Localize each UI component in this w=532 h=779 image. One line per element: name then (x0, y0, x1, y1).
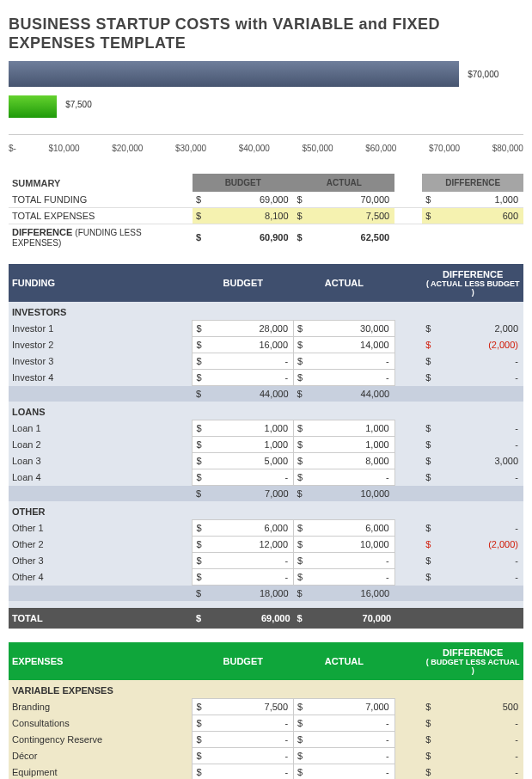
funding-row-actual: $- (294, 569, 395, 586)
funding-total-budget: $69,000 (193, 608, 294, 629)
funding-group-header: INVESTORS (9, 302, 523, 321)
expenses-row-actual: $- (294, 715, 395, 732)
chart-tick-label: $70,000 (429, 144, 460, 153)
expenses-row: Décor$-$-$- (9, 748, 523, 764)
expenses-row-label: Décor (9, 748, 193, 764)
funding-row-label: Other 1 (9, 520, 193, 537)
funding-row-diff: $- (422, 437, 523, 453)
summary-row-diff: $600 (422, 208, 523, 224)
chart-tick-label: $- (9, 144, 16, 153)
funding-group-header: OTHER (9, 501, 523, 520)
funding-subtotal-budget: $44,000 (193, 386, 294, 402)
funding-row-budget: $- (193, 469, 294, 486)
funding-row: Investor 2$16,000$14,000$(2,000) (9, 337, 523, 353)
funding-total-actual: $70,000 (294, 608, 395, 629)
funding-col-budget: BUDGET (193, 264, 294, 302)
summary-col-diff: DIFFERENCE (422, 174, 523, 192)
expenses-row-budget: $- (193, 764, 294, 779)
expenses-row-diff: $- (422, 732, 523, 748)
funding-row-diff: $- (422, 553, 523, 569)
funding-row-diff: $(2,000) (422, 337, 523, 353)
expenses-row: Consultations$-$-$- (9, 715, 523, 732)
summary-col-budget: BUDGET (193, 174, 294, 192)
expenses-row: Contingency Reserve$-$-$- (9, 732, 523, 748)
summary-row-diff: $1,000 (422, 192, 523, 208)
bar-chart: $70,000$7,500 $-$10,000$20,000$30,000$40… (9, 61, 523, 153)
funding-row-label: Loan 2 (9, 437, 193, 453)
funding-subtotal-budget: $18,000 (193, 586, 294, 602)
funding-subtotal-row: $44,000$44,000 (9, 386, 523, 402)
funding-row-label: Other 4 (9, 569, 193, 586)
expenses-group-header: VARIABLE EXPENSES (9, 680, 523, 699)
funding-row-actual: $30,000 (294, 321, 395, 337)
funding-col-diff: DIFFERENCE( ACTUAL LESS BUDGET ) (422, 264, 523, 302)
funding-row: Other 1$6,000$6,000$- (9, 520, 523, 537)
summary-diff-label: DIFFERENCE (FUNDING LESS EXPENSES) (9, 224, 193, 251)
summary-table: SUMMARY BUDGET ACTUAL DIFFERENCE TOTAL F… (9, 174, 523, 250)
funding-row: Loan 2$1,000$1,000$- (9, 437, 523, 453)
summary-row-actual: $7,500 (294, 208, 395, 224)
funding-subtotal-budget: $7,000 (193, 486, 294, 502)
funding-row: Other 2$12,000$10,000$(2,000) (9, 537, 523, 553)
funding-subtotal-actual: $16,000 (294, 586, 395, 602)
funding-total-label: TOTAL (9, 608, 193, 629)
funding-row-label: Other 3 (9, 553, 193, 569)
funding-row-actual: $1,000 (294, 420, 395, 437)
summary-row-actual: $70,000 (294, 192, 395, 208)
chart-tick-label: $10,000 (49, 144, 80, 153)
expenses-col-diff: DIFFERENCE( BUDGET LESS ACTUAL ) (422, 642, 523, 680)
funding-group-name: LOANS (9, 402, 523, 420)
funding-row-label: Loan 3 (9, 453, 193, 469)
expenses-row-diff: $500 (422, 699, 523, 715)
funding-group-header: LOANS (9, 402, 523, 420)
funding-group-name: OTHER (9, 501, 523, 520)
funding-row-actual: $- (294, 469, 395, 486)
summary-row-budget: $69,000 (193, 192, 294, 208)
funding-row: Loan 1$1,000$1,000$- (9, 420, 523, 437)
funding-row: Investor 1$28,000$30,000$2,000 (9, 321, 523, 337)
funding-row-diff: $- (422, 420, 523, 437)
funding-row-label: Loan 4 (9, 469, 193, 486)
funding-row-diff: $- (422, 469, 523, 486)
summary-row-label: TOTAL EXPENSES (9, 208, 193, 224)
funding-row-budget: $- (193, 553, 294, 569)
funding-row-budget: $6,000 (193, 520, 294, 537)
summary-row: TOTAL EXPENSES$8,100$7,500$600 (9, 208, 523, 224)
summary-col-actual: ACTUAL (294, 174, 395, 192)
chart-bar-label: $7,500 (65, 100, 92, 109)
funding-row-budget: $1,000 (193, 420, 294, 437)
funding-row: Investor 3$-$-$- (9, 353, 523, 370)
funding-row-label: Investor 3 (9, 353, 193, 370)
funding-row-actual: $- (294, 353, 395, 370)
funding-row-diff: $- (422, 370, 523, 386)
funding-row-actual: $6,000 (294, 520, 395, 537)
funding-col-actual: ACTUAL (294, 264, 395, 302)
funding-row-budget: $16,000 (193, 337, 294, 353)
funding-row-budget: $- (193, 569, 294, 586)
funding-row: Investor 4$-$-$- (9, 370, 523, 386)
summary-row: TOTAL FUNDING$69,000$70,000$1,000 (9, 192, 523, 208)
funding-subtotal-actual: $10,000 (294, 486, 395, 502)
funding-row-diff: $- (422, 353, 523, 370)
funding-row-diff: $- (422, 569, 523, 586)
summary-row-budget: $8,100 (193, 208, 294, 224)
expenses-row-diff: $- (422, 764, 523, 779)
chart-tick-label: $30,000 (175, 144, 206, 153)
page-title: BUSINESS STARTUP COSTS with VARIABLE and… (9, 15, 523, 52)
funding-subtotal-row: $7,000$10,000 (9, 486, 523, 502)
funding-row-label: Investor 4 (9, 370, 193, 386)
expenses-row-actual: $- (294, 764, 395, 779)
expenses-row-diff: $- (422, 748, 523, 764)
summary-title: SUMMARY (9, 174, 193, 192)
expenses-row-label: Consultations (9, 715, 193, 732)
chart-tick-label: $20,000 (112, 144, 143, 153)
funding-row-diff: $3,000 (422, 453, 523, 469)
expenses-row-label: Equipment (9, 764, 193, 779)
summary-row-label: TOTAL FUNDING (9, 192, 193, 208)
funding-row-actual: $14,000 (294, 337, 395, 353)
summary-diff-budget: $60,900 (193, 224, 294, 251)
chart-tick-label: $50,000 (303, 144, 333, 153)
funding-row-label: Loan 1 (9, 420, 193, 437)
expenses-row-label: Contingency Reserve (9, 732, 193, 748)
funding-row-actual: $10,000 (294, 537, 395, 553)
